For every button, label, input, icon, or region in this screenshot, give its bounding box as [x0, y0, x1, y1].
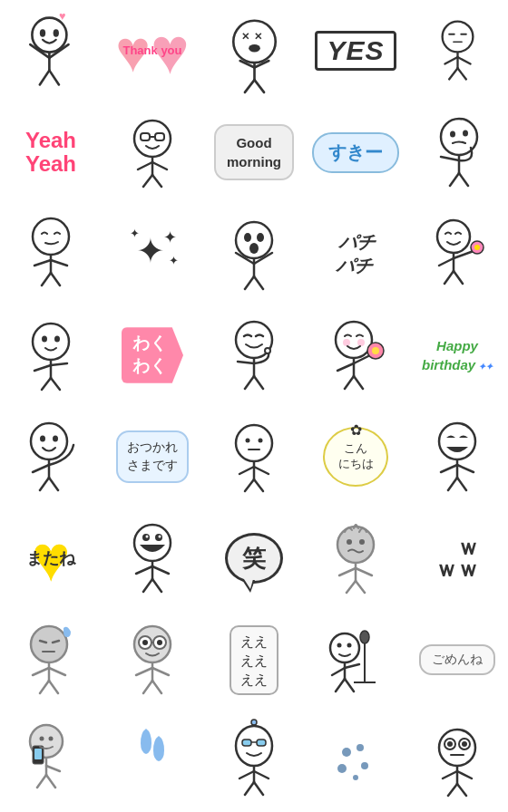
otsukaresama-bubble: おつかれさまです [116, 430, 189, 482]
svg-line-141 [49, 681, 58, 693]
svg-line-46 [42, 273, 51, 285]
svg-line-199 [457, 784, 466, 796]
svg-point-37 [463, 130, 468, 137]
svg-point-174 [251, 720, 257, 725]
svg-point-189 [439, 730, 475, 766]
konnichiwa-bubble: ✿ こんにちは [323, 427, 388, 487]
sticker-22[interactable]: おつかれさまです [102, 406, 203, 508]
warai-bubble: 笑 [225, 533, 283, 584]
svg-text:✕: ✕ [240, 30, 249, 41]
svg-line-105 [239, 467, 254, 474]
sticker-13[interactable] [203, 203, 305, 304]
sticker-26[interactable]: ♥ またね [0, 508, 102, 609]
sticker-27[interactable] [102, 508, 203, 609]
svg-point-192 [447, 741, 453, 747]
svg-text:✦: ✦ [169, 254, 179, 267]
svg-point-127 [359, 539, 365, 545]
svg-line-162 [336, 679, 345, 691]
svg-point-101 [246, 439, 250, 443]
svg-point-156 [330, 633, 359, 662]
svg-line-151 [143, 681, 152, 693]
svg-line-150 [152, 668, 169, 675]
svg-line-73 [34, 365, 51, 371]
sticker-24[interactable]: ✿ こんにちは [305, 406, 406, 508]
svg-line-15 [244, 80, 254, 92]
svg-point-0 [32, 17, 66, 52]
sticker-32[interactable] [102, 609, 203, 710]
yes-text: YES [315, 31, 396, 71]
svg-point-42 [33, 218, 69, 255]
sticker-7[interactable] [102, 102, 203, 203]
svg-point-185 [357, 744, 364, 751]
sticker-29[interactable] [305, 508, 406, 609]
sticker-15[interactable] [406, 203, 508, 304]
svg-line-47 [51, 273, 60, 285]
svg-line-114 [457, 478, 466, 490]
sticker-37[interactable] [102, 710, 203, 812]
sticker-21[interactable] [0, 406, 102, 508]
svg-line-171 [37, 775, 46, 788]
svg-point-147 [157, 640, 162, 645]
pachi-pachi-text: パチパチ [336, 230, 376, 277]
sticker-16[interactable] [0, 304, 102, 406]
svg-line-182 [245, 782, 254, 795]
svg-line-25 [457, 68, 465, 79]
sticker-35[interactable]: ごめんね [406, 609, 508, 710]
sticker-23[interactable] [203, 406, 305, 508]
sticker-10[interactable] [406, 102, 508, 203]
svg-point-167 [40, 736, 44, 740]
sticker-8[interactable]: Goodmorning [203, 102, 305, 203]
good-morning-bubble: Goodmorning [214, 124, 294, 180]
sticker-38[interactable] [203, 710, 305, 812]
sticker-40[interactable] [406, 710, 508, 812]
sticker-33[interactable]: ええええええ [203, 609, 305, 710]
svg-point-118 [146, 536, 149, 538]
sticker-9[interactable]: すきー [305, 102, 406, 203]
www-text: ｗｗｗ [435, 536, 479, 580]
svg-point-126 [347, 539, 352, 545]
svg-line-172 [46, 775, 55, 788]
svg-point-66 [474, 245, 480, 250]
sticker-12[interactable]: ✦ ✦ ✦ ✦ [102, 203, 203, 304]
svg-line-7 [49, 70, 59, 84]
svg-line-39 [441, 157, 459, 160]
svg-point-193 [462, 741, 467, 747]
svg-line-91 [345, 376, 354, 389]
sticker-1[interactable]: ♥ [0, 0, 102, 102]
sticker-17[interactable]: わくわく [102, 304, 203, 406]
svg-line-163 [345, 679, 354, 691]
svg-point-188 [353, 775, 358, 780]
sticker-39[interactable] [305, 710, 406, 812]
sticker-19[interactable] [305, 304, 406, 406]
sticker-20[interactable]: Happybirthday ✦✦ [406, 304, 508, 406]
svg-point-100 [236, 425, 272, 461]
happy-birthday-text: Happybirthday ✦✦ [422, 336, 493, 374]
sticker-4[interactable]: YES [305, 0, 406, 102]
sticker-28[interactable]: 笑 [203, 508, 305, 609]
svg-line-31 [138, 162, 152, 169]
svg-line-138 [33, 668, 49, 675]
svg-line-170 [46, 766, 60, 771]
svg-line-81 [245, 376, 254, 389]
sticker-2[interactable]: ♥ Thank you [102, 0, 203, 102]
sticker-3[interactable]: ✕ ✕ [203, 0, 305, 102]
svg-line-82 [254, 376, 263, 389]
sticker-11[interactable] [0, 203, 102, 304]
sticker-25[interactable] [406, 406, 508, 508]
svg-line-99 [49, 478, 58, 490]
sticker-14[interactable]: パチパチ [305, 203, 406, 304]
gomenne-bubble: ごめんね [419, 644, 495, 675]
waku-waku-tag: わくわく [122, 327, 183, 382]
sticker-6[interactable]: YeahYeah [0, 102, 102, 203]
sticker-18[interactable] [203, 304, 305, 406]
svg-point-8 [233, 20, 275, 62]
svg-line-45 [51, 260, 67, 266]
svg-line-40 [450, 173, 459, 186]
svg-text:✦: ✦ [163, 228, 177, 246]
sticker-36[interactable] [0, 710, 102, 812]
sticker-34[interactable] [305, 609, 406, 710]
sticker-31[interactable] [0, 609, 102, 710]
sticker-5[interactable] [406, 0, 508, 102]
sticker-grid: ♥ ♥ Thank you ✕ [0, 0, 508, 812]
sticker-30[interactable]: ｗｗｗ [406, 508, 508, 609]
